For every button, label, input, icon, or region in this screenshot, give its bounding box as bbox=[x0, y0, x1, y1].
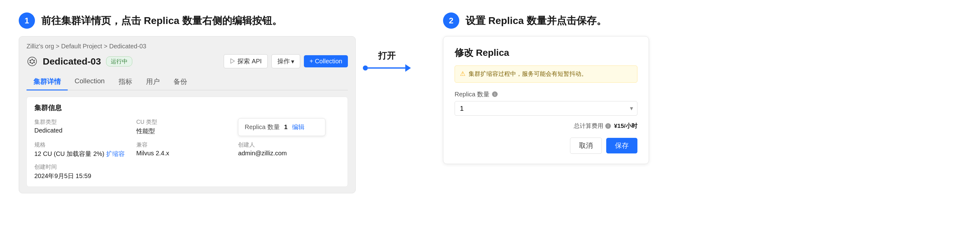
actions-button[interactable]: 操作 ▾ bbox=[272, 54, 300, 68]
arrow-line bbox=[363, 64, 411, 72]
svg-point-6 bbox=[32, 62, 33, 64]
panel-header: Dedicated-03 运行中 ▷ 探索 API 操作 ▾ + Collect… bbox=[27, 54, 348, 68]
step-1-title: 前往集群详情页，点击 Replica 数量右侧的编辑按钮。 bbox=[41, 14, 282, 28]
step-2-circle: 2 bbox=[443, 13, 459, 29]
modal-panel: 修改 Replica ⚠ 集群扩缩容过程中，服务可能会有短暂抖动。 Replic… bbox=[443, 36, 649, 164]
replica-label-text: Replica 数量 bbox=[455, 90, 490, 98]
info-row-cluster-type: 集群类型 Dedicated bbox=[34, 118, 136, 136]
replica-tooltip: Replica 数量 1 编辑 bbox=[238, 118, 325, 136]
step-2-header: 2 设置 Replica 数量并点击保存。 bbox=[443, 13, 961, 29]
tab-users[interactable]: 用户 bbox=[139, 74, 167, 90]
step-2-title: 设置 Replica 数量并点击保存。 bbox=[466, 14, 606, 28]
replica-label: Replica 数量 bbox=[245, 123, 280, 131]
svg-point-3 bbox=[33, 60, 35, 61]
info-label-spec: 规格 bbox=[34, 141, 136, 149]
info-row-create-time: 创建时间 2024年9月5日 15:59 bbox=[34, 163, 136, 180]
cluster-icon bbox=[27, 56, 38, 67]
cluster-panel: Zilliz's org > Default Project > Dedicat… bbox=[19, 36, 356, 193]
step-1-title-bold2: 编辑按钮 bbox=[232, 15, 272, 26]
info-label-cu-type: CU 类型 bbox=[136, 118, 239, 126]
cost-row: 总计算费用 i ¥15/小时 bbox=[455, 122, 638, 130]
cluster-name: Dedicated-03 bbox=[43, 56, 101, 67]
info-row-replica: Replica 数量 1 编辑 bbox=[238, 118, 340, 136]
collection-button[interactable]: + Collection bbox=[304, 55, 348, 67]
info-row-cu-type: CU 类型 性能型 bbox=[136, 118, 239, 136]
svg-point-4 bbox=[30, 62, 31, 63]
tab-collection[interactable]: Collection bbox=[68, 74, 112, 90]
step-1-circle: 1 bbox=[19, 13, 35, 29]
arrow-head bbox=[405, 64, 411, 72]
info-label-cluster-type: 集群类型 bbox=[34, 118, 136, 126]
replica-form-label: Replica 数量 i bbox=[455, 90, 638, 98]
info-value-create-time: 2024年9月5日 15:59 bbox=[34, 172, 136, 180]
step-1-title-middle: ，点击 Replica 数量右侧的 bbox=[111, 15, 232, 26]
cost-info-icon[interactable]: i bbox=[605, 123, 611, 129]
replica-form-field: Replica 数量 i 1 2 3 ▾ bbox=[455, 90, 638, 116]
info-label-creator: 创建人 bbox=[238, 141, 340, 149]
tab-cluster-detail[interactable]: 集群详情 bbox=[27, 74, 68, 90]
modal-footer: 取消 保存 bbox=[455, 138, 638, 154]
info-label-compat: 兼容 bbox=[136, 141, 239, 149]
breadcrumb: Zilliz's org > Default Project > Dedicat… bbox=[27, 43, 348, 50]
info-value-cu-type: 性能型 bbox=[136, 127, 239, 135]
cost-value: ¥15/小时 bbox=[614, 122, 638, 130]
cost-label: 总计算费用 i bbox=[574, 122, 611, 130]
panel-actions: ▷ 探索 API 操作 ▾ + Collection bbox=[224, 54, 348, 68]
warning-icon: ⚠ bbox=[460, 70, 466, 78]
step-1-header: 1 前往集群详情页，点击 Replica 数量右侧的编辑按钮。 bbox=[19, 13, 356, 29]
info-grid: 集群类型 Dedicated CU 类型 性能型 Replica 数量 1 编辑 bbox=[34, 118, 340, 180]
svg-point-5 bbox=[33, 62, 35, 63]
arrow-body bbox=[368, 67, 405, 69]
replica-select-wrapper: 1 2 3 ▾ bbox=[455, 101, 638, 116]
warning-text: 集群扩缩容过程中，服务可能会有短暂抖动。 bbox=[469, 70, 587, 79]
step-1-title-prefix: 前往 bbox=[41, 15, 61, 26]
info-section-title: 集群信息 bbox=[34, 103, 340, 112]
modal-title: 修改 Replica bbox=[455, 46, 638, 59]
cancel-button[interactable]: 取消 bbox=[570, 138, 602, 154]
actions-label: 操作 bbox=[277, 57, 290, 65]
arrow-dot bbox=[363, 65, 368, 70]
actions-chevron-icon: ▾ bbox=[291, 58, 294, 65]
info-row-compat: 兼容 Milvus 2.4.x bbox=[136, 141, 239, 158]
replica-value: 1 bbox=[284, 124, 288, 131]
tabs: 集群详情 Collection 指标 用户 备份 bbox=[27, 74, 348, 90]
replica-edit-link[interactable]: 编辑 bbox=[292, 123, 304, 131]
svg-point-1 bbox=[30, 60, 31, 61]
tab-backup[interactable]: 备份 bbox=[167, 74, 194, 90]
panel-title-row: Dedicated-03 运行中 bbox=[27, 56, 132, 67]
warning-banner: ⚠ 集群扩缩容过程中，服务可能会有短暂抖动。 bbox=[455, 65, 638, 82]
info-label-create-time: 创建时间 bbox=[34, 163, 136, 171]
save-button[interactable]: 保存 bbox=[606, 138, 638, 154]
replica-info-icon[interactable]: i bbox=[492, 91, 498, 97]
left-section: 1 前往集群详情页，点击 Replica 数量右侧的编辑按钮。 Zilliz's… bbox=[19, 13, 356, 193]
info-value-compat: Milvus 2.4.x bbox=[136, 150, 239, 157]
svg-point-0 bbox=[28, 57, 37, 66]
arrow-label: 打开 bbox=[378, 50, 396, 62]
status-badge: 运行中 bbox=[106, 57, 132, 66]
replica-select[interactable]: 1 2 3 bbox=[455, 101, 638, 116]
step-1-title-suffix: 。 bbox=[272, 15, 282, 26]
spec-expand-link[interactable]: 扩缩容 bbox=[106, 150, 125, 157]
tab-metrics[interactable]: 指标 bbox=[112, 74, 139, 90]
info-value-spec: 12 CU (CU 加载容量 2%) 扩缩容 bbox=[34, 150, 136, 158]
info-value-creator: admin@zilliz.com bbox=[238, 150, 340, 157]
info-row-spec: 规格 12 CU (CU 加载容量 2%) 扩缩容 bbox=[34, 141, 136, 158]
explore-api-button[interactable]: ▷ 探索 API bbox=[224, 54, 268, 68]
cluster-info-section: 集群信息 集群类型 Dedicated CU 类型 性能型 Replica 数量… bbox=[27, 97, 348, 187]
cost-label-text: 总计算费用 bbox=[574, 122, 603, 130]
info-row-creator: 创建人 admin@zilliz.com bbox=[238, 141, 340, 158]
svg-point-2 bbox=[32, 59, 33, 60]
info-value-cluster-type: Dedicated bbox=[34, 127, 136, 134]
step-1-title-bold1: 集群详情页 bbox=[61, 15, 111, 26]
arrow-section: 打开 bbox=[356, 13, 418, 72]
right-section: 2 设置 Replica 数量并点击保存。 修改 Replica ⚠ 集群扩缩容… bbox=[418, 13, 961, 164]
